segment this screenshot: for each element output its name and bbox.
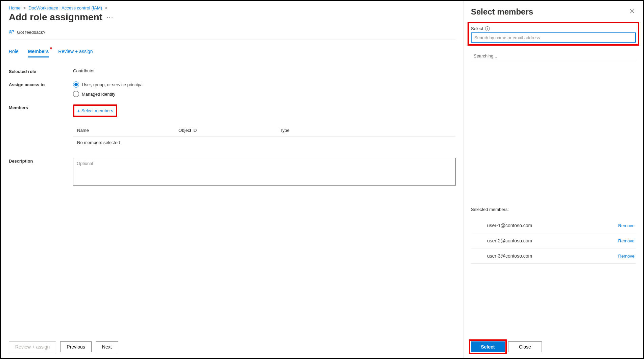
plus-icon: + bbox=[77, 108, 80, 114]
selected-role-label: Selected role bbox=[9, 68, 73, 74]
panel-select-button[interactable]: Select bbox=[471, 341, 505, 352]
breadcrumb-workspace[interactable]: DocWorkspace | Access control (IAM) bbox=[28, 5, 102, 10]
description-input[interactable] bbox=[73, 158, 456, 186]
selected-member-email: user-1@contoso.com bbox=[487, 223, 532, 228]
close-icon[interactable] bbox=[628, 7, 636, 17]
feedback-label: Got feedback? bbox=[17, 30, 46, 35]
selected-members-label: Selected members: bbox=[471, 207, 636, 212]
selected-member-email: user-2@contoso.com bbox=[487, 238, 532, 243]
members-empty-text: No members selected bbox=[73, 137, 456, 148]
select-members-label: Select members bbox=[81, 108, 113, 113]
assign-access-label: Assign access to bbox=[9, 81, 73, 87]
selected-members-list: user-1@contoso.com Remove user-2@contoso… bbox=[471, 218, 636, 264]
selected-member-row: user-1@contoso.com Remove bbox=[471, 218, 636, 233]
next-button[interactable]: Next bbox=[96, 341, 118, 352]
tab-indicator-dot bbox=[50, 47, 52, 49]
column-name: Name bbox=[77, 128, 178, 133]
review-assign-button[interactable]: Review + assign bbox=[9, 341, 56, 352]
more-actions-button[interactable]: ··· bbox=[106, 14, 114, 21]
breadcrumb: Home > DocWorkspace | Access control (IA… bbox=[9, 5, 456, 10]
remove-member-button[interactable]: Remove bbox=[618, 254, 635, 259]
radio-user-group-sp[interactable]: User, group, or service principal bbox=[73, 81, 144, 88]
members-table: Name Object ID Type No members selected bbox=[73, 124, 456, 148]
radio-user-label: User, group, or service principal bbox=[82, 82, 144, 87]
chevron-right-icon: > bbox=[23, 5, 26, 10]
tab-role[interactable]: Role bbox=[9, 46, 19, 57]
radio-managed-label: Managed identity bbox=[82, 92, 115, 97]
info-icon[interactable]: i bbox=[485, 26, 490, 31]
description-label: Description bbox=[9, 158, 73, 164]
select-members-panel: Select members Select i Searching... Sel… bbox=[463, 1, 643, 358]
tab-members[interactable]: Members bbox=[28, 46, 49, 57]
tabs: Role Members Review + assign bbox=[9, 46, 456, 57]
remove-member-button[interactable]: Remove bbox=[618, 223, 635, 228]
members-label: Members bbox=[9, 104, 73, 110]
column-object-id: Object ID bbox=[178, 128, 280, 133]
breadcrumb-home[interactable]: Home bbox=[9, 5, 21, 10]
page-title: Add role assignment bbox=[9, 12, 102, 23]
svg-point-0 bbox=[10, 30, 11, 32]
select-label: Select bbox=[471, 26, 483, 31]
feedback-icon bbox=[9, 29, 14, 35]
radio-icon bbox=[73, 91, 79, 97]
select-members-button[interactable]: + Select members bbox=[73, 104, 117, 117]
previous-button[interactable]: Previous bbox=[60, 341, 91, 352]
column-type: Type bbox=[280, 128, 452, 133]
member-search-input[interactable] bbox=[471, 32, 636, 43]
feedback-link[interactable]: Got feedback? bbox=[9, 26, 456, 40]
panel-title: Select members bbox=[471, 7, 533, 17]
radio-icon bbox=[73, 81, 79, 88]
tab-review-assign[interactable]: Review + assign bbox=[58, 46, 93, 57]
remove-member-button[interactable]: Remove bbox=[618, 238, 635, 243]
selected-member-email: user-3@contoso.com bbox=[487, 253, 532, 259]
panel-close-button[interactable]: Close bbox=[508, 341, 542, 352]
selected-member-row: user-3@contoso.com Remove bbox=[471, 248, 636, 264]
chevron-right-icon: > bbox=[105, 5, 108, 10]
selected-member-row: user-2@contoso.com Remove bbox=[471, 233, 636, 248]
radio-managed-identity[interactable]: Managed identity bbox=[73, 91, 144, 97]
selected-role-value: Contributor bbox=[73, 68, 95, 73]
searching-status: Searching... bbox=[471, 50, 636, 62]
tab-members-label: Members bbox=[28, 49, 49, 54]
